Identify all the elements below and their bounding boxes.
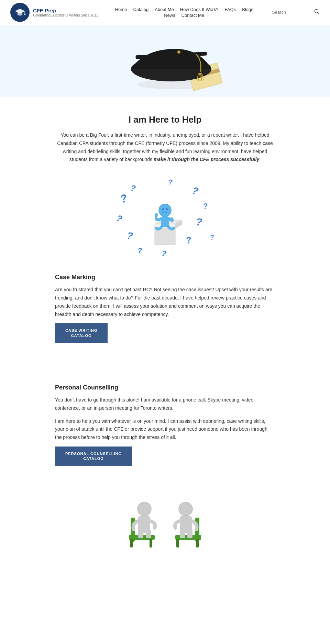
- case-marking-section: Case Marking Are you frustrated that you…: [55, 274, 275, 343]
- svg-line-4: [318, 13, 320, 14]
- case-marking-title: Case Marking: [55, 274, 275, 281]
- personal-counselling-section: Personal Counselling You don't have to g…: [55, 384, 275, 466]
- svg-rect-49: [196, 539, 199, 547]
- catalog-btn-line2: CATALOG: [71, 334, 92, 338]
- spacer1: [55, 357, 275, 377]
- nav-catalog[interactable]: Catalog: [133, 7, 148, 12]
- svg-rect-52: [180, 530, 185, 538]
- svg-text:?: ?: [191, 185, 200, 196]
- svg-text:?: ?: [130, 183, 136, 193]
- catalog-btn-line1: CASE WRITING: [65, 328, 97, 332]
- svg-point-2: [24, 14, 26, 15]
- svg-text:?: ?: [161, 249, 167, 259]
- svg-rect-40: [130, 539, 133, 547]
- nav-contact-me[interactable]: Contact Me: [182, 13, 204, 18]
- logo-icon: [10, 3, 30, 22]
- svg-text:?: ?: [209, 233, 215, 241]
- svg-point-11: [198, 73, 202, 75]
- svg-text:?: ?: [137, 246, 143, 255]
- case-writing-catalog-button[interactable]: CASE WRITING CATALOG: [55, 323, 108, 343]
- nav-about-me[interactable]: About Me: [155, 7, 174, 12]
- svg-point-42: [138, 502, 151, 516]
- svg-rect-45: [146, 530, 151, 538]
- svg-point-37: [166, 208, 168, 210]
- svg-point-36: [162, 208, 164, 210]
- hero-para-end: .: [259, 157, 261, 162]
- nav-row-bottom: News Contact Me: [164, 13, 204, 18]
- logo-brand-name: CFE Prep: [33, 8, 98, 13]
- personal-counselling-para2: I am here to help you with whatever is o…: [55, 417, 275, 442]
- hero-paragraph: You can be a Big Four, a first-time writ…: [55, 131, 275, 164]
- svg-point-34: [159, 204, 171, 216]
- hero-image: [0, 25, 330, 97]
- search-area: [270, 9, 320, 16]
- hero-text-section: I am Here to Help You can be a Big Four,…: [55, 114, 275, 164]
- hero-title: I am Here to Help: [55, 114, 275, 125]
- svg-rect-53: [187, 530, 192, 538]
- question-figure-image: ? ? ? ? ? ? ? ? ? ? ? ?: [55, 174, 275, 263]
- personal-counselling-btn-line1: PERSONAL COUNSELLING: [65, 452, 122, 456]
- svg-text:?: ?: [168, 178, 173, 186]
- case-marking-paragraph: Are you frustrated that you can't get pa…: [55, 286, 275, 318]
- svg-point-3: [315, 10, 318, 13]
- svg-line-15: [201, 75, 201, 81]
- personal-counselling-btn-line2: CATALOG: [83, 456, 104, 461]
- main-nav: Home Catalog About Me How Does It Work? …: [115, 7, 253, 18]
- svg-text:?: ?: [185, 235, 192, 246]
- svg-rect-48: [176, 539, 179, 547]
- svg-point-50: [179, 502, 192, 516]
- svg-text:?: ?: [126, 230, 134, 242]
- counselling-illustration: [55, 480, 275, 555]
- search-button[interactable]: [314, 9, 320, 16]
- logo-text: CFE Prep Celebrating Successful Writers …: [33, 8, 98, 17]
- svg-rect-44: [138, 530, 143, 538]
- svg-point-17: [177, 50, 180, 54]
- svg-text:?: ?: [118, 192, 129, 206]
- nav-row-top: Home Catalog About Me How Does It Work? …: [115, 7, 253, 12]
- nav-faqs[interactable]: FAQs: [225, 7, 236, 12]
- personal-counselling-catalog-button[interactable]: PERSONAL COUNSELLING CATALOG: [55, 447, 132, 466]
- svg-line-14: [200, 75, 200, 81]
- nav-how-does-it-work[interactable]: How Does It Work?: [180, 7, 219, 12]
- site-header: CFE Prep Celebrating Successful Writers …: [0, 0, 330, 25]
- nav-news[interactable]: News: [164, 13, 175, 18]
- nav-home[interactable]: Home: [115, 7, 127, 12]
- svg-text:?: ?: [202, 202, 208, 211]
- svg-text:?: ?: [195, 216, 202, 228]
- svg-text:?: ?: [115, 213, 124, 224]
- search-input[interactable]: [270, 9, 311, 16]
- hero-para-bold: make it through the CFE process successf…: [154, 157, 259, 162]
- main-content: I am Here to Help You can be a Big Four,…: [41, 97, 289, 562]
- logo-area[interactable]: CFE Prep Celebrating Successful Writers …: [10, 3, 98, 22]
- logo-tagline: Celebrating Successful Writers Since 201…: [33, 13, 98, 17]
- svg-rect-35: [161, 216, 169, 227]
- nav-blogs[interactable]: Blogs: [242, 7, 253, 12]
- svg-rect-41: [150, 539, 152, 547]
- personal-counselling-para1: You don't have to go through this alone!…: [55, 396, 275, 413]
- personal-counselling-title: Personal Counselling: [55, 384, 275, 391]
